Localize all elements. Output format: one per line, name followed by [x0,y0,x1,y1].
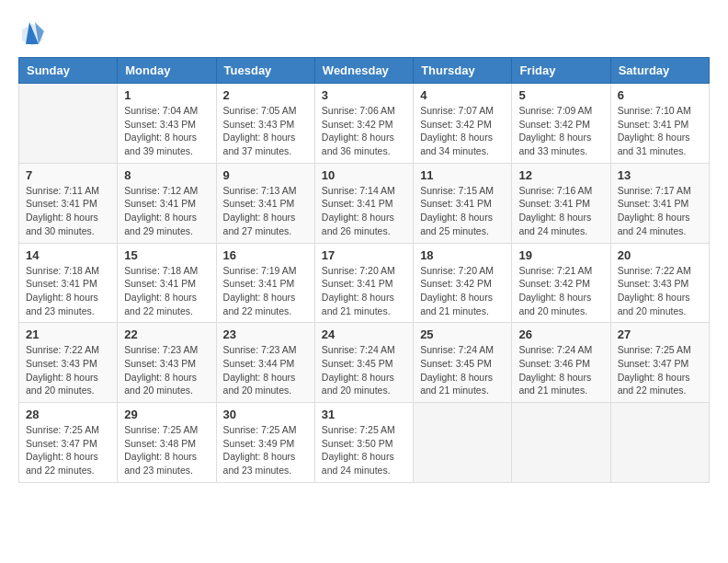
calendar-header-saturday: Saturday [610,58,709,84]
sunset-text: Sunset: 3:41 PM [518,197,603,211]
calendar-week-row: 14Sunrise: 7:18 AMSunset: 3:41 PMDayligh… [19,243,710,323]
day-info: Sunrise: 7:12 AMSunset: 3:41 PMDaylight:… [124,184,209,238]
calendar-week-row: 7Sunrise: 7:11 AMSunset: 3:41 PMDaylight… [19,163,710,243]
daylight-text: Daylight: 8 hoursand 29 minutes. [124,211,209,237]
daylight-text: Daylight: 8 hoursand 34 minutes. [420,131,505,157]
daylight-text: Daylight: 8 hoursand 21 minutes. [322,291,406,317]
day-info: Sunrise: 7:09 AMSunset: 3:42 PMDaylight:… [518,104,603,158]
calendar-table: SundayMondayTuesdayWednesdayThursdayFrid… [18,57,710,483]
sunset-text: Sunset: 3:41 PM [124,197,209,211]
day-number: 11 [420,168,505,182]
sunrise-text: Sunrise: 7:24 AM [518,343,603,357]
day-number: 16 [223,248,308,262]
sunrise-text: Sunrise: 7:19 AM [223,264,308,278]
daylight-text: Daylight: 8 hoursand 20 minutes. [518,291,603,317]
day-info: Sunrise: 7:04 AMSunset: 3:43 PMDaylight:… [124,104,209,158]
day-number: 8 [124,168,209,182]
calendar-cell: 14Sunrise: 7:18 AMSunset: 3:41 PMDayligh… [19,243,118,323]
calendar-cell: 18Sunrise: 7:20 AMSunset: 3:42 PMDayligh… [414,243,512,323]
sunrise-text: Sunrise: 7:15 AM [420,184,505,198]
day-info: Sunrise: 7:25 AMSunset: 3:48 PMDaylight:… [124,423,209,477]
sunrise-text: Sunrise: 7:24 AM [420,343,505,357]
calendar-cell: 7Sunrise: 7:11 AMSunset: 3:41 PMDaylight… [19,163,118,243]
sunrise-text: Sunrise: 7:18 AM [26,264,110,278]
sunset-text: Sunset: 3:41 PM [223,277,308,291]
day-number: 25 [420,327,505,341]
calendar-cell: 19Sunrise: 7:21 AMSunset: 3:42 PMDayligh… [512,243,610,323]
sunrise-text: Sunrise: 7:25 AM [124,423,209,437]
calendar-cell: 13Sunrise: 7:17 AMSunset: 3:41 PMDayligh… [610,163,709,243]
calendar-cell [414,403,512,483]
sunrise-text: Sunrise: 7:10 AM [618,104,702,118]
sunset-text: Sunset: 3:43 PM [124,357,209,371]
sunset-text: Sunset: 3:44 PM [223,357,308,371]
daylight-text: Daylight: 8 hoursand 30 minutes. [26,211,110,237]
calendar-cell: 11Sunrise: 7:15 AMSunset: 3:41 PMDayligh… [414,163,512,243]
calendar-week-row: 21Sunrise: 7:22 AMSunset: 3:43 PMDayligh… [19,323,710,403]
calendar-cell: 10Sunrise: 7:14 AMSunset: 3:41 PMDayligh… [314,163,413,243]
sunrise-text: Sunrise: 7:11 AM [26,184,110,198]
day-info: Sunrise: 7:24 AMSunset: 3:45 PMDaylight:… [322,343,406,397]
daylight-text: Daylight: 8 hoursand 20 minutes. [223,371,308,397]
sunset-text: Sunset: 3:50 PM [322,437,406,451]
daylight-text: Daylight: 8 hoursand 24 minutes. [618,211,702,237]
day-info: Sunrise: 7:14 AMSunset: 3:41 PMDaylight:… [322,184,406,238]
day-number: 29 [124,408,209,421]
sunrise-text: Sunrise: 7:09 AM [518,104,603,118]
sunset-text: Sunset: 3:42 PM [518,118,603,132]
sunrise-text: Sunrise: 7:04 AM [124,104,209,118]
sunrise-text: Sunrise: 7:23 AM [223,343,308,357]
day-number: 31 [322,408,406,421]
sunset-text: Sunset: 3:42 PM [322,118,406,132]
calendar-header-thursday: Thursday [414,58,512,84]
daylight-text: Daylight: 8 hoursand 20 minutes. [618,291,702,317]
calendar-header-monday: Monday [118,58,216,84]
day-number: 14 [26,248,110,262]
day-info: Sunrise: 7:23 AMSunset: 3:44 PMDaylight:… [223,343,308,397]
daylight-text: Daylight: 8 hoursand 20 minutes. [322,371,406,397]
page-header [18,18,710,48]
daylight-text: Daylight: 8 hoursand 33 minutes. [518,131,603,157]
sunrise-text: Sunrise: 7:25 AM [223,423,308,437]
daylight-text: Daylight: 8 hoursand 21 minutes. [420,371,505,397]
sunset-text: Sunset: 3:41 PM [322,197,406,211]
sunrise-text: Sunrise: 7:20 AM [420,264,505,278]
sunrise-text: Sunrise: 7:16 AM [518,184,603,198]
day-number: 7 [26,168,110,182]
day-info: Sunrise: 7:11 AMSunset: 3:41 PMDaylight:… [26,184,110,238]
day-number: 27 [618,327,702,341]
daylight-text: Daylight: 8 hoursand 23 minutes. [124,450,209,477]
day-number: 12 [518,168,603,182]
sunset-text: Sunset: 3:41 PM [223,197,308,211]
sunset-text: Sunset: 3:42 PM [420,277,505,291]
sunrise-text: Sunrise: 7:18 AM [124,264,209,278]
day-info: Sunrise: 7:18 AMSunset: 3:41 PMDaylight:… [26,264,110,318]
calendar-cell [610,403,709,483]
calendar-header-sunday: Sunday [19,58,118,84]
daylight-text: Daylight: 8 hoursand 20 minutes. [26,371,110,397]
day-number: 9 [223,168,308,182]
sunrise-text: Sunrise: 7:22 AM [618,264,702,278]
day-number: 17 [322,248,406,262]
daylight-text: Daylight: 8 hoursand 24 minutes. [322,450,406,477]
sunset-text: Sunset: 3:43 PM [26,357,110,371]
daylight-text: Daylight: 8 hoursand 25 minutes. [420,211,505,237]
sunset-text: Sunset: 3:43 PM [124,118,209,132]
sunset-text: Sunset: 3:47 PM [618,357,702,371]
calendar-header-friday: Friday [512,58,610,84]
sunset-text: Sunset: 3:45 PM [322,357,406,371]
sunrise-text: Sunrise: 7:05 AM [223,104,308,118]
calendar-cell: 5Sunrise: 7:09 AMSunset: 3:42 PMDaylight… [512,84,610,164]
day-info: Sunrise: 7:21 AMSunset: 3:42 PMDaylight:… [518,264,603,318]
sunset-text: Sunset: 3:41 PM [124,277,209,291]
day-info: Sunrise: 7:25 AMSunset: 3:47 PMDaylight:… [618,343,702,397]
sunset-text: Sunset: 3:45 PM [420,357,505,371]
day-number: 6 [618,88,702,102]
day-number: 2 [223,88,308,102]
day-number: 20 [618,248,702,262]
sunrise-text: Sunrise: 7:13 AM [223,184,308,198]
logo [18,18,50,48]
calendar-cell: 6Sunrise: 7:10 AMSunset: 3:41 PMDaylight… [610,84,709,164]
daylight-text: Daylight: 8 hoursand 36 minutes. [322,131,406,157]
day-info: Sunrise: 7:17 AMSunset: 3:41 PMDaylight:… [618,184,702,238]
